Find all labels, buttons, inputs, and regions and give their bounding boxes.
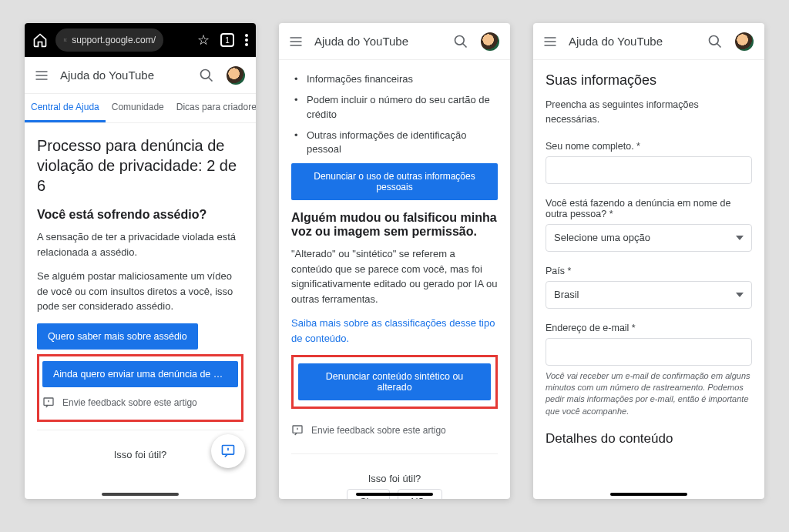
form-intro: Preencha as seguintes informações necess… [546, 98, 752, 127]
menu-icon[interactable] [542, 34, 558, 49]
svg-point-3 [201, 69, 210, 79]
url-bar[interactable]: support.google.com/ [55, 28, 163, 52]
home-indicator [356, 493, 433, 496]
menu-icon[interactable] [34, 68, 49, 83]
full-name-input[interactable] [546, 156, 752, 184]
svg-point-1 [245, 38, 248, 42]
report-synthetic-content-button[interactable]: Denunciar conteúdo sintético ou alterado [298, 363, 491, 400]
star-icon[interactable]: ☆ [197, 32, 210, 49]
svg-point-0 [245, 34, 248, 37]
label-email: Endereço de e-mail * [546, 323, 752, 333]
menu-icon[interactable] [288, 34, 304, 49]
chevron-down-icon [736, 234, 744, 242]
p-altered-synthetic: "Alterado" ou "sintético" se referem a c… [291, 246, 498, 306]
url-text: support.google.com/ [72, 35, 156, 45]
tab-count[interactable]: 1 [220, 33, 234, 47]
tune-icon [63, 35, 67, 45]
tab-bar: Central de Ajuda Comunidade Dicas para c… [25, 94, 256, 123]
highlight-box: Ainda quero enviar uma denúncia de viola… [37, 354, 243, 422]
feedback-icon [291, 424, 304, 437]
country-select[interactable]: Brasil [546, 281, 752, 309]
page-title: Ajuda do YouTube [314, 35, 442, 48]
send-feedback-row[interactable]: Envie feedback sobre este artigo [291, 415, 498, 446]
home-indicator [610, 493, 687, 496]
tab-tips[interactable]: Dicas para criadores de co [170, 94, 256, 122]
avatar[interactable] [479, 31, 501, 52]
search-icon[interactable] [199, 68, 214, 83]
p-sensation: A sensação de ter a privacidade violada … [37, 229, 243, 259]
home-indicator [102, 493, 179, 496]
avatar[interactable] [225, 65, 247, 86]
svg-point-6 [455, 35, 465, 45]
learn-more-harassment-button[interactable]: Quero saber mais sobre assédio [37, 323, 198, 350]
tab-help-center[interactable]: Central de Ajuda [25, 94, 106, 122]
label-full-name: Seu nome completo. * [546, 141, 752, 152]
app-header: Ajuda do YouTube [533, 23, 764, 60]
bullet-other-id: Outras informações de identificação pess… [302, 129, 498, 158]
search-icon[interactable] [453, 34, 468, 49]
label-behalf: Você está fazendo a denúncia em nome de … [546, 198, 752, 219]
label-country: País * [546, 266, 752, 276]
svg-point-2 [245, 43, 248, 46]
email-input[interactable] [546, 338, 752, 366]
synthetic-subheading: Alguém mudou ou falsificou minha voz ou … [291, 211, 498, 239]
search-icon[interactable] [707, 34, 723, 49]
feedback-icon [42, 396, 55, 409]
tab-community[interactable]: Comunidade [106, 94, 170, 122]
avatar[interactable] [734, 31, 755, 52]
send-feedback-row[interactable]: Envie feedback sobre este artigo [42, 387, 238, 418]
report-personal-info-button[interactable]: Denunciar o uso de outras informações pe… [291, 163, 498, 200]
page-title: Ajuda do YouTube [569, 35, 697, 48]
more-icon[interactable] [245, 34, 248, 46]
was-useful-label: Isso foi útil? [291, 462, 498, 489]
p-malicious: Se alguém postar maliciosamente um vídeo… [37, 269, 243, 314]
app-header: Ajuda do YouTube [279, 23, 510, 60]
home-icon[interactable] [32, 32, 48, 48]
browser-toolbar: support.google.com/ ☆ 1 [25, 23, 256, 57]
feedback-fab[interactable] [211, 434, 245, 468]
bullet-financial: Informações financeiras [302, 72, 498, 87]
behalf-select[interactable]: Selecione uma opção [546, 224, 752, 252]
email-hint: Você vai receber um e-mail de confirmaçã… [546, 370, 752, 418]
highlight-box: Denunciar conteúdo sintético ou alterado [291, 355, 498, 409]
chevron-down-icon [736, 291, 744, 299]
app-header: Ajuda do YouTube [25, 57, 256, 94]
content-details-heading: Detalhes do conteúdo [546, 431, 752, 447]
page-title: Ajuda do YouTube [60, 69, 188, 82]
learn-more-classifications-link[interactable]: Saiba mais sobre as classificações desse… [291, 317, 495, 344]
continue-privacy-complaint-button[interactable]: Ainda quero enviar uma denúncia de viola… [42, 361, 238, 387]
process-heading: Processo para denúncia de violação de pr… [37, 136, 243, 196]
svg-point-8 [710, 35, 719, 45]
harassment-subheading: Você está sofrendo assédio? [37, 208, 243, 222]
your-info-heading: Suas informações [546, 72, 752, 89]
bullet-creditcard: Podem incluir o número do seu cartão de … [302, 93, 498, 122]
